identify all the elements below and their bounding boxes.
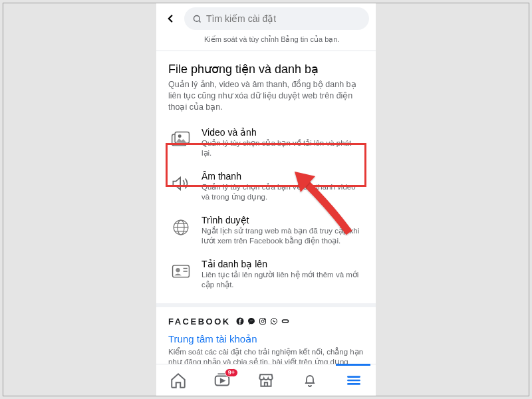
active-tab-indicator <box>336 364 370 366</box>
top-bar <box>156 3 376 35</box>
nav-watch[interactable]: 9+ <box>209 367 235 394</box>
section-title: File phương tiện và danh bạ <box>168 62 364 76</box>
svg-point-4 <box>178 135 181 138</box>
home-icon <box>170 372 187 389</box>
account-center-link[interactable]: Trung tâm tài khoản <box>168 333 364 345</box>
chevron-left-icon <box>164 13 176 25</box>
item-upload-contacts[interactable]: Tải danh bạ lên Liên tục tải lên người l… <box>168 253 364 297</box>
back-button[interactable] <box>163 11 178 26</box>
facebook-brand-row: FACEBOOK <box>168 314 364 333</box>
item-title: Video và ảnh <box>201 127 362 138</box>
item-sound[interactable]: Âm thanh Quản lý tùy chọn của bạn về âm … <box>168 165 364 209</box>
speaker-icon <box>170 172 192 195</box>
whatsapp-icon <box>270 317 278 325</box>
section-desc: Quản lý ảnh, video và âm thanh, đồng bộ … <box>168 79 364 113</box>
item-title: Âm thanh <box>201 171 362 182</box>
nav-marketplace[interactable] <box>253 367 279 394</box>
brand-word: FACEBOOK <box>168 317 231 327</box>
previous-item-tail: Kiểm soát và tùy chỉnh Bảng tin của bạn. <box>156 35 376 51</box>
item-browser[interactable]: Trình duyệt Ngắt lịch sử trang web mà bạ… <box>168 209 364 253</box>
svg-point-17 <box>264 319 265 320</box>
phone-screen: Kiểm soát và tùy chỉnh Bảng tin của bạn.… <box>156 3 376 396</box>
brand-app-icons <box>236 317 289 325</box>
globe-icon <box>170 216 192 239</box>
search-icon <box>192 14 202 24</box>
marketplace-icon <box>257 372 275 389</box>
oculus-icon <box>281 317 289 325</box>
nav-home[interactable] <box>165 367 192 394</box>
search-box[interactable] <box>184 7 369 30</box>
account-center-desc: Kiểm soát các cài đặt cho trải nghiệm kế… <box>168 347 364 364</box>
svg-point-18 <box>271 319 277 325</box>
item-title: Trình duyệt <box>201 215 362 225</box>
watch-badge: 9+ <box>225 368 238 377</box>
item-desc: Ngắt lịch sử trang web mà bạn đã truy cậ… <box>201 226 362 247</box>
facebook-circle-icon <box>236 317 244 325</box>
messenger-icon <box>247 317 255 325</box>
search-input[interactable] <box>206 13 361 24</box>
instagram-icon <box>259 317 267 325</box>
content-scroll[interactable]: File phương tiện và danh bạ Quản lý ảnh,… <box>156 51 376 364</box>
outer-frame: Kiểm soát và tùy chỉnh Bảng tin của bạn.… <box>3 3 529 396</box>
svg-rect-19 <box>282 320 288 323</box>
item-desc: Liên tục tải lên người liên hệ mới thêm … <box>201 270 362 291</box>
item-desc: Quản lý tùy chọn của bạn về tải lên và p… <box>201 138 362 159</box>
item-title: Tải danh bạ lên <box>201 259 362 269</box>
bottom-nav: 9+ <box>156 364 376 396</box>
hamburger-icon <box>345 372 362 389</box>
section-divider <box>156 303 376 307</box>
contact-card-icon <box>170 260 192 283</box>
item-video-photo[interactable]: Video và ảnh Quản lý tùy chọn của bạn về… <box>168 121 364 165</box>
svg-point-16 <box>261 320 264 323</box>
nav-notifications[interactable] <box>297 367 323 394</box>
bell-icon <box>302 372 318 388</box>
nav-menu[interactable] <box>340 367 367 394</box>
svg-line-1 <box>199 21 200 22</box>
item-desc: Quản lý tùy chọn của bạn về âm thanh vid… <box>201 182 362 203</box>
photo-stack-icon <box>170 128 192 151</box>
svg-point-0 <box>194 15 200 21</box>
svg-point-11 <box>176 268 180 272</box>
